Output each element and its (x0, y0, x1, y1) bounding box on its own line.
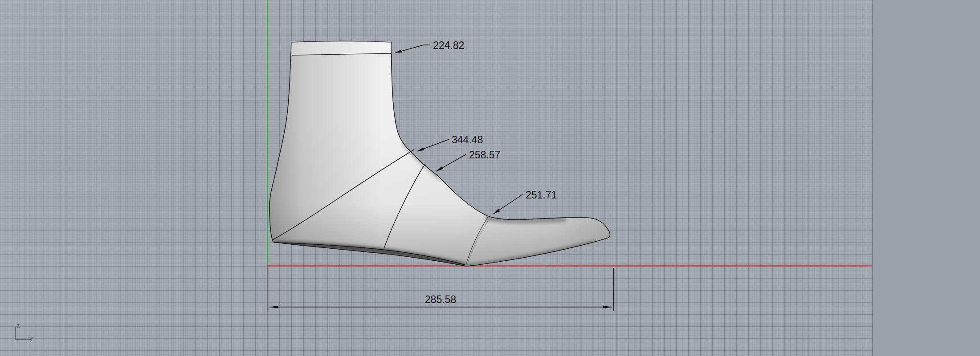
dimension-base-length[interactable]: 285.58 (268, 267, 614, 311)
annotation-label[interactable]: 344.48 (452, 134, 483, 146)
annotation-label[interactable]: 258.57 (469, 149, 500, 161)
last-body-bottom-shading (270, 41, 610, 266)
annotation-collar-girth[interactable]: 224.82 (395, 40, 464, 53)
axis-gizmo: z y (16, 322, 33, 342)
axis-gizmo-y-label: y (29, 335, 33, 342)
leader-line (436, 154, 466, 171)
annotation-label[interactable]: 251.71 (526, 189, 557, 201)
shoe-last-model[interactable] (270, 41, 610, 266)
leader-line (395, 45, 430, 53)
leader-line (417, 139, 449, 151)
annotation-vamp-girth[interactable]: 251.71 (493, 189, 557, 214)
dimension-label[interactable]: 285.58 (425, 294, 456, 305)
collar-rim (291, 41, 392, 55)
leader-line (493, 194, 523, 214)
annotation-waist-girth[interactable]: 258.57 (436, 149, 500, 171)
annotation-label[interactable]: 224.82 (433, 40, 464, 51)
cad-viewport[interactable]: 224.82 344.48 258.57 251.71 285.58 z y (0, 0, 980, 356)
viewport-canvas[interactable]: 224.82 344.48 258.57 251.71 285.58 z y (0, 0, 980, 356)
axis-gizmo-z-label: z (16, 322, 20, 329)
